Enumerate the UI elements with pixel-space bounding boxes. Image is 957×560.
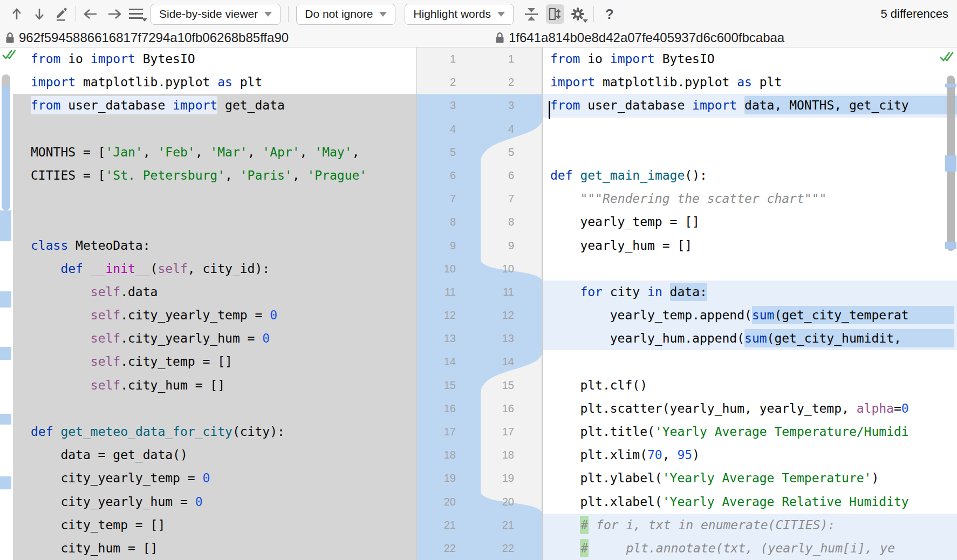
- code-line[interactable]: CITIES = ['St. Petersburg', 'Paris', 'Pr…: [13, 164, 416, 187]
- code-line[interactable]: [13, 397, 416, 420]
- code-line[interactable]: def get_meteo_data_for_city(city):: [13, 420, 416, 443]
- code-line[interactable]: [13, 210, 416, 234]
- viewer-mode-select[interactable]: Side-by-side viewer: [151, 4, 281, 25]
- line-number: 17: [417, 420, 456, 443]
- code-line[interactable]: import matplotlib.pyplot as plt: [13, 71, 416, 94]
- code-line[interactable]: plt.ylabel('Yearly Average Temperature'): [543, 467, 957, 490]
- code-line[interactable]: self.city_temp = []: [13, 350, 416, 373]
- code-token: sum: [752, 308, 775, 322]
- code-token: city_yearly_temp =: [31, 471, 203, 485]
- code-line[interactable]: plt.clf(): [543, 374, 957, 397]
- collapse-unchanged-button[interactable]: [522, 4, 541, 24]
- code-line[interactable]: plt.scatter(yearly_hum, yearly_temp, alp…: [543, 397, 957, 420]
- code-line[interactable]: [543, 118, 957, 141]
- code-line[interactable]: from user_database import get_data: [13, 94, 416, 117]
- code-line[interactable]: city_yearly_temp = 0: [13, 467, 416, 490]
- left-editor-pane[interactable]: from io import BytesIOimport matplotlib.…: [0, 47, 416, 560]
- code-line[interactable]: from io import BytesIO: [13, 47, 416, 71]
- code-token: 'St. Petersburg': [105, 168, 225, 182]
- code-line[interactable]: city_yearly_hum = 0: [13, 490, 416, 514]
- code-line[interactable]: [543, 350, 957, 373]
- left-scrollbar-thumb[interactable]: [2, 74, 10, 210]
- code-line[interactable]: self.city_yearly_hum = 0: [13, 327, 416, 350]
- code-line[interactable]: city_hum = []: [13, 537, 416, 560]
- code-line[interactable]: # for i, txt in enumerate(CITIES):: [543, 514, 957, 537]
- highlight-mode-select[interactable]: Highlight words: [405, 4, 514, 25]
- code-line[interactable]: import matplotlib.pyplot as plt: [543, 71, 957, 94]
- code-token: from: [550, 52, 580, 66]
- top-bar: Side-by-side viewer Do not ignore Highli…: [0, 0, 957, 47]
- code-line[interactable]: self.city_yearly_temp = 0: [13, 304, 416, 327]
- code-line[interactable]: def __init__(self, city_id):: [13, 257, 416, 281]
- change-marker[interactable]: [0, 291, 11, 308]
- code-line[interactable]: city_temp = []: [13, 514, 416, 537]
- code-token: #: [580, 518, 588, 532]
- code-line[interactable]: yearly_temp.append(sum(get_city_temperat: [543, 304, 957, 327]
- code-line[interactable]: class MeteoData:: [13, 234, 416, 257]
- line-number: 3: [472, 94, 514, 117]
- code-line[interactable]: from io import BytesIO: [543, 47, 957, 71]
- change-marker[interactable]: [945, 84, 956, 87]
- code-line[interactable]: for city in data:: [543, 281, 957, 304]
- code-line[interactable]: [543, 257, 957, 281]
- synchronize-scrolling-toggle[interactable]: [546, 4, 564, 24]
- help-button[interactable]: ?: [600, 4, 619, 24]
- change-marker[interactable]: [945, 155, 956, 172]
- change-marker[interactable]: [0, 347, 11, 360]
- code-token: class: [31, 238, 68, 252]
- previous-difference-button[interactable]: [8, 4, 26, 24]
- line-number: 14: [417, 350, 456, 373]
- line-number: 11: [472, 281, 514, 304]
- code-token: ,: [195, 145, 210, 159]
- code-line[interactable]: # plt.annotate(txt, (yearly_hum[i], ye: [543, 537, 957, 560]
- whitespace-ignore-select[interactable]: Do not ignore: [296, 4, 395, 25]
- right-scrollbar[interactable]: [944, 47, 957, 560]
- code-line[interactable]: data = get_data(): [13, 443, 416, 467]
- code-line[interactable]: yearly_temp = []: [543, 210, 957, 234]
- file-headers: 962f5945886616817f7294a10fb06268b85ffa90…: [0, 28, 957, 47]
- code-line[interactable]: self.data: [13, 281, 416, 304]
- settings-button[interactable]: [569, 4, 587, 24]
- code-line-text: self.city_temp = []: [31, 354, 233, 368]
- code-line-text: from io import BytesIO: [550, 52, 715, 66]
- change-marker[interactable]: [0, 210, 11, 241]
- code-line[interactable]: [543, 141, 957, 164]
- code-line[interactable]: yearly_hum = []: [543, 234, 957, 257]
- code-line[interactable]: yearly_hum.append(sum(get_city_humidit,: [543, 327, 957, 350]
- right-line-numbers: 12345678910111213141516171819202122: [472, 47, 514, 560]
- line-number: 21: [417, 514, 456, 537]
- code-line[interactable]: [13, 118, 416, 141]
- code-line[interactable]: plt.title('Yearly Average Temperature/Hu…: [543, 420, 957, 443]
- change-marker[interactable]: [0, 414, 11, 425]
- code-line[interactable]: from user_database import data, MONTHS, …: [543, 94, 957, 117]
- code-token: 70: [647, 448, 662, 462]
- change-marker[interactable]: [0, 476, 11, 489]
- code-token: 'Prague': [307, 168, 367, 182]
- code-line[interactable]: MONTHS = ['Jan', 'Feb', 'Mar', 'Apr', 'M…: [13, 141, 416, 164]
- left-scrollbar[interactable]: [0, 47, 13, 560]
- back-button[interactable]: [81, 4, 100, 24]
- line-number: 10: [472, 257, 514, 281]
- code-line[interactable]: self.city_hum = []: [13, 374, 416, 397]
- code-line[interactable]: """Rendering the scatter chart""": [543, 187, 957, 210]
- code-line[interactable]: [13, 187, 416, 210]
- whitespace-ignore-label: Do not ignore: [305, 8, 373, 21]
- code-token: MeteoData:: [68, 238, 150, 252]
- code-token: ,: [300, 145, 315, 159]
- code-token: matplotlib.pyplot: [76, 75, 217, 89]
- code-line[interactable]: plt.xlim(70, 95): [543, 443, 957, 467]
- code-line[interactable]: plt.xlabel('Yearly Average Relative Humi…: [543, 490, 957, 514]
- line-number: 14: [472, 350, 514, 373]
- forward-button[interactable]: [105, 4, 124, 24]
- code-line-text: city_temp = []: [31, 518, 165, 532]
- right-editor-pane[interactable]: from io import BytesIOimport matplotlib.…: [542, 47, 957, 560]
- code-line[interactable]: def get_main_image():: [543, 164, 957, 187]
- change-marker[interactable]: [945, 242, 956, 249]
- code-token: import: [610, 52, 655, 66]
- next-difference-button[interactable]: [30, 4, 49, 24]
- jump-to-source-edit-button[interactable]: [52, 4, 70, 24]
- history-menu-button[interactable]: [127, 4, 145, 24]
- code-token: import: [173, 98, 217, 112]
- code-token: as: [217, 75, 233, 89]
- code-line-text: plt.xlabel('Yearly Average Relative Humi…: [550, 495, 909, 509]
